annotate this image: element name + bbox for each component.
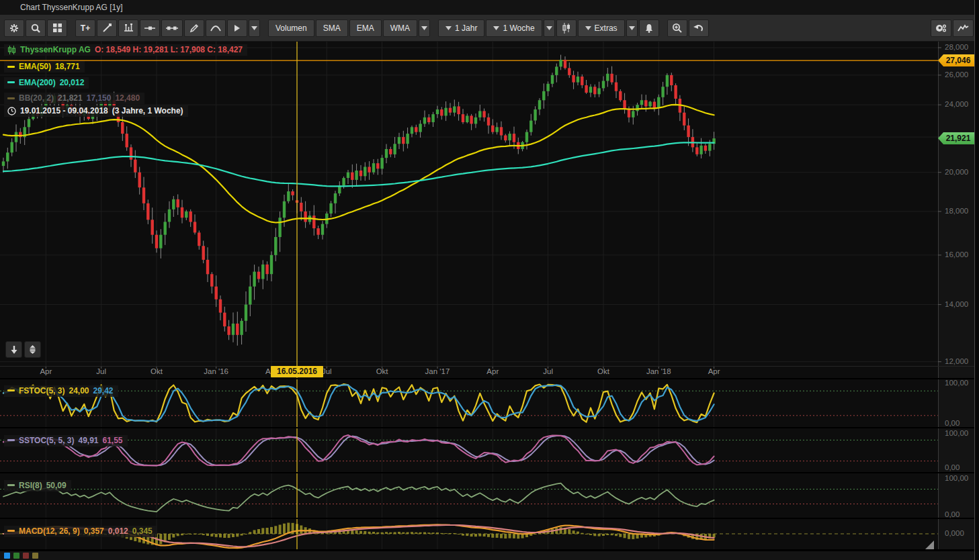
sstoc-legend[interactable]: SSTOC(5, 5, 3) 49,91 61,55 xyxy=(4,432,128,447)
layout-grid-icon xyxy=(53,24,62,32)
window-titlebar: Chart ThyssenKrupp AG [1y] xyxy=(0,0,979,15)
price-axis-label: 26,000 xyxy=(945,71,968,79)
play-arrow-icon xyxy=(234,24,241,32)
macd-swatch xyxy=(7,530,15,532)
fibonacci-levels-icon xyxy=(124,24,134,33)
extras-dropdown[interactable] xyxy=(626,19,638,37)
rsi-label: RSI(8) xyxy=(19,481,42,490)
zigzag-chart-icon xyxy=(957,24,969,32)
sstoc-swatch xyxy=(7,439,15,441)
macd-legend[interactable]: MACD(12, 26, 9) 0,357 0,012 0,345 xyxy=(4,522,157,537)
price-axis-label: 18,000 xyxy=(945,207,968,215)
range-text: 19.01.2015 - 09.04.2018 xyxy=(20,106,108,115)
rsi-value: 50,09 xyxy=(46,481,67,490)
legend-ema50-row[interactable]: EMA(50) 18,771 xyxy=(4,61,85,73)
time-axis-label: Jan '16 xyxy=(196,367,237,375)
wma-button[interactable]: WMA xyxy=(383,19,417,37)
fstoc-value-2: 29,42 xyxy=(93,386,114,395)
text-tool-button[interactable]: T+ xyxy=(75,19,95,37)
price-axis-label: 12,000 xyxy=(945,357,968,365)
price-axis-label: 14,000 xyxy=(945,300,968,308)
chart-type-button[interactable] xyxy=(556,19,577,37)
candle-pair-icon xyxy=(7,46,16,54)
search-button[interactable] xyxy=(26,19,46,37)
bubbles-view-button[interactable] xyxy=(931,19,951,37)
legend-symbol-row[interactable]: ThyssenKrupp AG O: 18,549 H: 19,281 L: 1… xyxy=(4,44,247,56)
candlestick-icon xyxy=(562,23,570,34)
sstoc-value-2: 61,55 xyxy=(103,436,123,445)
chevron-down-icon xyxy=(445,26,452,30)
sstoc-value-1: 49,91 xyxy=(78,436,98,445)
rsi-swatch xyxy=(7,484,15,486)
period-button[interactable]: 1 Jahr xyxy=(438,19,484,37)
panel-indicator-dot-blue[interactable] xyxy=(4,553,10,559)
chevron-down-icon xyxy=(421,26,427,30)
price-axis-label: 16,000 xyxy=(945,250,968,259)
hray-tool-button[interactable] xyxy=(161,19,183,37)
linechart-view-button[interactable] xyxy=(953,19,974,37)
chevron-down-icon xyxy=(585,26,591,30)
panel-indicator-dot-red[interactable] xyxy=(23,553,29,559)
volume-button[interactable]: Volumen xyxy=(268,19,314,37)
panel-resize-handle[interactable] xyxy=(925,541,934,549)
hline-tool-button[interactable] xyxy=(140,19,160,37)
trendline-icon xyxy=(102,24,112,33)
fstoc-legend[interactable]: FSTOC(5, 3) 24,00 29,42 xyxy=(4,382,118,397)
legend-symbol: ThyssenKrupp AG xyxy=(20,45,91,54)
zoom-in-button[interactable] xyxy=(667,19,687,37)
panel-indicator-dot-green[interactable] xyxy=(13,553,19,559)
time-axis-label: Jan '17 xyxy=(417,367,458,375)
bb-upper-value: 21,821 xyxy=(58,93,83,103)
legend-range-row[interactable]: 19.01.2015 - 09.04.2018 (3 Jahre, 1 Woch… xyxy=(4,105,188,117)
cursor-date-tag: 16.05.2016 xyxy=(271,366,323,377)
trendline-tool-button[interactable] xyxy=(97,19,117,37)
sstoc-axis-max: 100,00 xyxy=(945,429,968,437)
levels-tool-button[interactable] xyxy=(118,19,138,37)
panel-resize-button[interactable] xyxy=(24,341,41,358)
macd-axis-zero: 0,000 xyxy=(945,529,964,537)
arrow-tool-button[interactable] xyxy=(227,19,247,37)
alarm-button[interactable] xyxy=(639,19,659,37)
bubbles-icon xyxy=(935,24,947,33)
bell-icon xyxy=(644,24,654,33)
chevron-down-icon xyxy=(629,26,635,30)
gear-icon xyxy=(9,24,19,33)
panel-indicator-dot-olive[interactable] xyxy=(32,553,38,559)
interval-dropdown[interactable] xyxy=(544,19,555,37)
arc-tool-button[interactable] xyxy=(206,19,226,37)
chart-legend: ThyssenKrupp AG O: 18,549 H: 19,281 L: 1… xyxy=(4,44,247,120)
bb-label: BB(20, 2) xyxy=(19,93,54,103)
legend-ohlc: O: 18,549 H: 19,281 L: 17,908 C: 18,427 xyxy=(95,45,243,54)
layout-button[interactable] xyxy=(47,19,67,37)
hline-marker-icon xyxy=(144,26,155,31)
undo-icon xyxy=(693,24,704,32)
chevron-down-icon xyxy=(546,26,552,30)
indicators-dropdown[interactable] xyxy=(419,19,430,37)
panel-separator[interactable] xyxy=(0,472,979,473)
extras-button[interactable]: Extras xyxy=(578,19,625,37)
ema50-label: EMA(50) xyxy=(19,62,51,71)
time-axis-label: Apr xyxy=(26,367,66,375)
chart-corner-buttons xyxy=(5,341,41,358)
legend-ema200-row[interactable]: EMA(200) 20,012 xyxy=(4,77,89,89)
freehand-tool-button[interactable] xyxy=(184,19,204,37)
draw-tools-dropdown[interactable] xyxy=(249,19,260,37)
sma-button[interactable]: SMA xyxy=(316,19,348,37)
chevron-down-icon xyxy=(251,26,257,30)
scroll-down-button[interactable] xyxy=(5,341,22,358)
ema-button[interactable]: EMA xyxy=(349,19,382,37)
panel-separator[interactable] xyxy=(0,378,979,379)
alarm-price-tag[interactable]: 27,046 xyxy=(938,54,976,66)
undo-button[interactable] xyxy=(689,19,709,37)
interval-button[interactable]: 1 Woche xyxy=(486,19,542,37)
time-axis-label: Apr xyxy=(694,367,734,375)
range-note: (3 Jahre, 1 Woche) xyxy=(112,106,183,115)
settings-button[interactable] xyxy=(4,19,24,37)
panel-separator[interactable] xyxy=(0,518,979,519)
rsi-legend[interactable]: RSI(8) 50,09 xyxy=(4,477,71,492)
time-axis-label: Jan '18 xyxy=(638,367,679,375)
legend-bb-row[interactable]: BB(20, 2) 21,821 17,150 12,480 xyxy=(4,93,144,104)
ema50-swatch xyxy=(7,66,15,68)
fstoc-swatch xyxy=(7,389,15,391)
panel-separator[interactable] xyxy=(0,427,979,428)
